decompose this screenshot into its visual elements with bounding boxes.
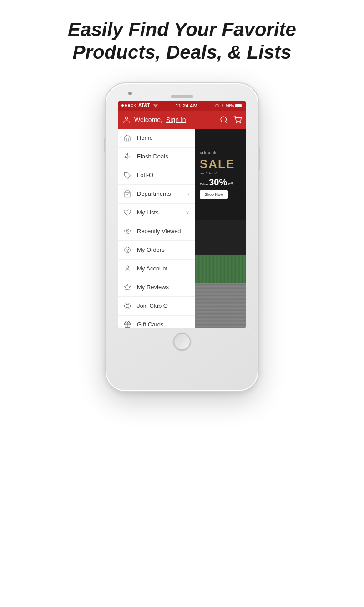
star-icon: [123, 283, 131, 291]
menu-item-my-lists[interactable]: My Lists ∨: [118, 204, 195, 222]
status-left: AT&T: [121, 103, 158, 108]
power-button: [259, 147, 260, 170]
grass-image: [195, 255, 246, 283]
wifi-icon: [153, 103, 158, 108]
cart-icon[interactable]: [233, 116, 242, 124]
phone-screen: AT&T 11:24 AM 96%: [118, 101, 246, 328]
off-label: off: [228, 182, 233, 186]
svg-line-5: [225, 121, 227, 122]
departments-partial-label: artments: [200, 150, 217, 155]
menu-item-flash-deals[interactable]: Flash Deals: [118, 148, 195, 166]
menu-item-departments[interactable]: Departments ›: [118, 185, 195, 204]
volume-button: [104, 138, 105, 152]
menu-item-home[interactable]: Home: [118, 129, 195, 148]
box-icon: [123, 246, 131, 254]
nav-bar: Welcome, Sign In: [118, 111, 246, 129]
svg-point-7: [240, 122, 241, 123]
gift-cards-label: Gift Cards: [137, 321, 189, 328]
lott-o-label: Lott-O: [137, 172, 189, 179]
user-icon: [122, 116, 131, 124]
battery-label: 96%: [226, 103, 234, 108]
signal-dot-4: [131, 104, 133, 107]
headline-line1: Easily Find Your Favorite: [68, 19, 296, 40]
screen-body: Home Flash Deals Lott-O: [118, 129, 246, 328]
my-lists-chevron-down: ∨: [186, 209, 189, 215]
heart-icon: [123, 209, 131, 217]
departments-chevron: ›: [187, 191, 189, 197]
signal-dots: [121, 104, 136, 107]
svg-point-11: [126, 230, 128, 232]
svg-point-3: [125, 117, 128, 119]
bluetooth-icon: [221, 103, 224, 108]
menu-item-my-reviews[interactable]: My Reviews: [118, 278, 195, 297]
menu-item-my-orders[interactable]: My Orders: [118, 241, 195, 260]
circle-icon: [123, 302, 131, 310]
signal-dot-1: [121, 104, 124, 107]
speaker: [171, 95, 193, 98]
search-icon[interactable]: [220, 116, 228, 124]
front-camera: [128, 92, 132, 95]
battery-icon: [235, 103, 243, 108]
svg-marker-14: [124, 284, 130, 290]
carrier-label: AT&T: [138, 103, 150, 108]
signal-dot-3: [128, 104, 130, 107]
tag-icon: [123, 171, 131, 179]
svg-marker-8: [125, 153, 130, 159]
home-button[interactable]: [173, 333, 191, 350]
join-club-o-label: Join Club O: [137, 302, 189, 309]
sale-label: SALE: [200, 157, 235, 171]
status-bar: AT&T 11:24 AM 96%: [118, 101, 246, 111]
home-icon: [123, 134, 131, 142]
headline-line2: Products, Deals, & Lists: [73, 41, 292, 63]
menu-item-recently-viewed[interactable]: Recently Viewed: [118, 222, 195, 241]
menu-item-my-account[interactable]: My Account: [118, 260, 195, 278]
sign-in-link[interactable]: Sign In: [166, 116, 186, 123]
my-account-label: My Account: [137, 265, 189, 272]
my-orders-label: My Orders: [137, 246, 189, 253]
status-time: 11:24 AM: [176, 103, 197, 108]
svg-point-6: [236, 122, 237, 123]
drawer-menu: Home Flash Deals Lott-O: [118, 129, 195, 328]
headline: Easily Find Your Favorite Products, Deal…: [68, 18, 296, 64]
svg-point-13: [126, 266, 128, 268]
right-content: artments SALE ow Prices* Eŵra 30% off Sh…: [195, 129, 246, 328]
nav-welcome[interactable]: Welcome, Sign In: [122, 116, 186, 124]
home-label: Home: [137, 134, 189, 141]
phone-top-bar: [111, 90, 253, 98]
recently-viewed-label: Recently Viewed: [137, 228, 189, 235]
status-right: 96%: [215, 103, 243, 108]
extra-label: Eŵra: [200, 182, 208, 186]
departments-label: Departments: [137, 190, 182, 197]
shop-now-button[interactable]: Shop Now: [200, 190, 228, 199]
eye-icon: [123, 227, 131, 235]
percent-label: 30%: [209, 177, 227, 188]
nav-icons: [220, 116, 242, 124]
menu-item-join-club-o[interactable]: Join Club O: [118, 297, 195, 316]
account-icon: [123, 265, 131, 273]
svg-rect-2: [236, 104, 241, 107]
gift-icon: [123, 321, 131, 328]
menu-item-gift-cards[interactable]: Gift Cards: [118, 316, 195, 328]
welcome-text: Welcome,: [134, 116, 162, 123]
my-reviews-label: My Reviews: [137, 284, 189, 291]
bag-icon: [123, 190, 131, 198]
signal-dot-2: [125, 104, 127, 107]
phone-shell: AT&T 11:24 AM 96%: [105, 82, 259, 392]
my-lists-label: My Lists: [137, 209, 180, 216]
flash-deals-label: Flash Deals: [137, 153, 189, 160]
bottom-product-area: [195, 255, 246, 328]
svg-point-4: [221, 117, 226, 122]
sale-banner: artments SALE ow Prices* Eŵra 30% off Sh…: [195, 129, 246, 220]
menu-item-lott-o[interactable]: Lott-O: [118, 166, 195, 185]
prices-label: ow Prices*: [200, 171, 217, 175]
flash-icon: [123, 153, 131, 161]
svg-point-16: [126, 304, 129, 308]
rug-image: [195, 283, 246, 328]
svg-point-15: [124, 303, 130, 309]
signal-dot-5: [134, 104, 136, 107]
alarm-icon: [215, 103, 219, 108]
